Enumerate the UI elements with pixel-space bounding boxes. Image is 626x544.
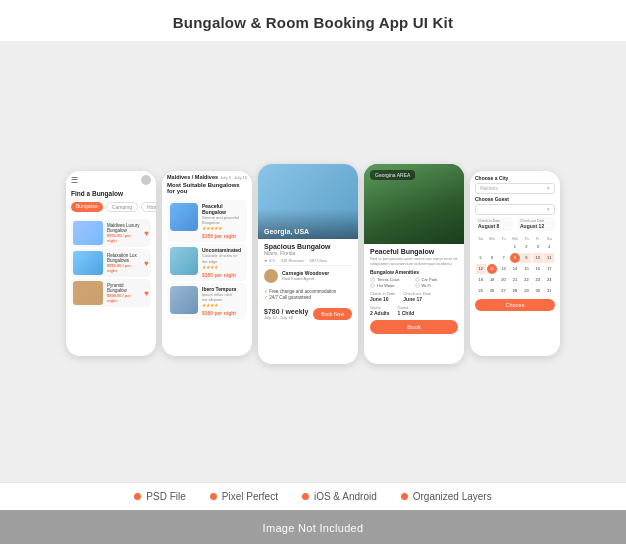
p4-amenities-title: Bungalow Amenities [370,269,458,275]
p5-day-23[interactable]: 23 [533,275,543,285]
p3-book-button[interactable]: Book Now [313,308,352,320]
p1-card-3[interactable]: Pyramid Bungalow $290.00 / per night ♥ [71,279,151,307]
p2-card-3[interactable]: Ibero Tempura Ipsum tellus nibhest aliqu… [167,283,247,319]
p5-day-7[interactable]: 7 [499,253,509,263]
p5-day-27[interactable]: 27 [499,286,509,296]
p5-day-16[interactable]: 16 [533,264,543,274]
p4-guest-1: Guest 2 Adults [370,305,390,316]
footer: Image Not Included [0,510,626,544]
p5-day-26[interactable]: 26 [487,286,497,296]
p2-subtitle: Most Suitable Bungalows for you [167,182,247,194]
p3-comments: 487 Likes [310,258,327,263]
p3-feature-1: Free change and accommodation [264,289,352,294]
p1-header: ☰ [66,171,156,188]
feature-pixel: Pixel Perfect [210,491,278,502]
p4-amenity-dot-2 [415,277,420,282]
p4-amenity-wifi: Wi-Fi [415,283,459,288]
main-area: ☰ Find a Bungalow Bungalow Camping Home … [0,41,626,482]
p2-card-1-img [170,203,198,231]
p3-reviews: 310 Reviews [281,258,304,263]
p4-dates: Check-in Date June 10 Check-out Date Jun… [370,291,458,302]
p5-day-mo: Mo [487,236,497,241]
p5-dates-row: Check-in Date August 8 Check-out Date Au… [475,217,555,231]
p5-day-29[interactable]: 29 [521,286,531,296]
p5-day-22[interactable]: 22 [521,275,531,285]
p4-book-button[interactable]: Book [370,320,458,334]
p5-day-15[interactable]: 15 [521,264,531,274]
p2-card-1[interactable]: Peaceful Bungalow Serene and peacefulBun… [167,200,247,242]
p2-header: Maldives / Maldives July 9 - July 16 Mos… [162,171,252,198]
p5-day-13[interactable]: 13 [499,264,509,274]
p4-amenity-dot-4 [415,283,420,288]
p4-description: Sed ut perspiciatis unde omnis iste natu… [370,256,458,266]
p1-card-1-price: $375.00 / per night [107,233,140,243]
p1-card-1[interactable]: Maldives Luxury Bungalow $375.00 / per n… [71,219,151,247]
p5-day-8-selected[interactable]: 8 [510,253,520,263]
p4-guest-2-val: 1 Child [398,310,415,316]
p2-card-2[interactable]: Uncontaminated Cascade of stars onthe ed… [167,244,247,280]
p5-day-2[interactable]: 2 [521,242,531,252]
p5-guest-dropdown[interactable]: ▾ [475,204,555,215]
p5-day-12[interactable]: 12 [476,264,486,274]
p1-avatar [141,175,151,185]
p2-card-1-stars: ★★★★★ [202,225,244,231]
p4-title: Peaceful Bungalow [370,248,458,255]
feature-dot-ios [302,493,309,500]
p5-day-28[interactable]: 28 [510,286,520,296]
p2-card-3-stars: ★★★★ [202,302,236,308]
p5-day-17[interactable]: 17 [544,264,554,274]
p3-price: $780 / weekly [264,308,308,315]
p5-day-10[interactable]: 10 [533,253,543,263]
p5-day-su: Su [476,236,486,241]
p1-tag-home[interactable]: Home [141,202,156,212]
p5-day-19[interactable]: 19 [487,275,497,285]
p5-day-25[interactable]: 25 [476,286,486,296]
p5-day-11[interactable]: 11 [544,253,554,263]
page-wrapper: Bungalow & Room Booking App UI Kit ☰ Fin… [0,0,626,544]
p5-cal-row-2: 5 6 7 8 9 10 11 [475,253,555,263]
p5-day-12-selected[interactable]: 12 [487,264,497,274]
p5-day-3[interactable]: 3 [533,242,543,252]
p5-day-6[interactable]: 6 [487,253,497,263]
p5-checkout-box[interactable]: Check-out Date August 12 [517,217,555,231]
p5-day-9[interactable]: 9 [521,253,531,263]
p5-day-4[interactable]: 4 [544,242,554,252]
footer-text: Image Not Included [263,522,364,534]
p5-day-18[interactable]: 18 [476,275,486,285]
p4-guests: Guest 2 Adults Guest 1 Child [370,305,458,316]
p1-tag-bungalow[interactable]: Bungalow [71,202,103,212]
p5-day-1[interactable]: 1 [510,242,520,252]
p5-day-31[interactable]: 31 [544,286,554,296]
p5-choose-button[interactable]: Choose [475,299,555,311]
p1-card-2-info: Relaxation Lux Bungalows $315.00 / per n… [107,253,140,273]
p5-day-20[interactable]: 20 [499,275,509,285]
p1-card-2[interactable]: Relaxation Lux Bungalows $315.00 / per n… [71,249,151,277]
p1-heart-icon-1[interactable]: ♥ [144,229,149,238]
phone-3-mockup: Georgia, USA Spacious Bungalow Miami, Fl… [258,164,358,364]
p5-day-we: We [510,236,520,241]
p4-amenity-hotwater: Hot Water [370,283,414,288]
p1-tag-camping[interactable]: Camping [106,202,138,212]
p5-day-14[interactable]: 14 [510,264,520,274]
p5-day-30[interactable]: 30 [533,286,543,296]
p4-amenity-tennis: Tennis Court [370,277,414,282]
p1-heart-icon-3[interactable]: ♥ [144,289,149,298]
p4-location-badge: Georgina AREA [370,170,415,180]
p5-checkin-box[interactable]: Check-in Date August 8 [475,217,513,231]
p5-day-21[interactable]: 21 [510,275,520,285]
p3-price-block: $780 / weekly July 12 - July 18 [264,305,308,320]
p3-date: July 12 - July 18 [264,315,308,320]
p5-day-24[interactable]: 24 [544,275,554,285]
p5-day-empty-3: - [499,242,509,252]
p4-guest-2: Guest 1 Child [398,305,415,316]
p5-day-5[interactable]: 5 [476,253,486,263]
p1-heart-icon-2[interactable]: ♥ [144,259,149,268]
p3-rating: ★ 4.9 [264,258,275,263]
feature-dot-psd [134,493,141,500]
p1-card-1-image [73,221,103,245]
feature-label-ios: iOS & Android [314,491,377,502]
p3-stats: ★ 4.9 310 Reviews 487 Likes [264,258,352,263]
p1-tags: Bungalow Camping Home [71,202,156,212]
p5-city-dropdown[interactable]: Maldives ▾ [475,183,555,194]
phone-5-mockup: Choose a City Maldives ▾ Choose Guest ▾ … [470,171,560,356]
